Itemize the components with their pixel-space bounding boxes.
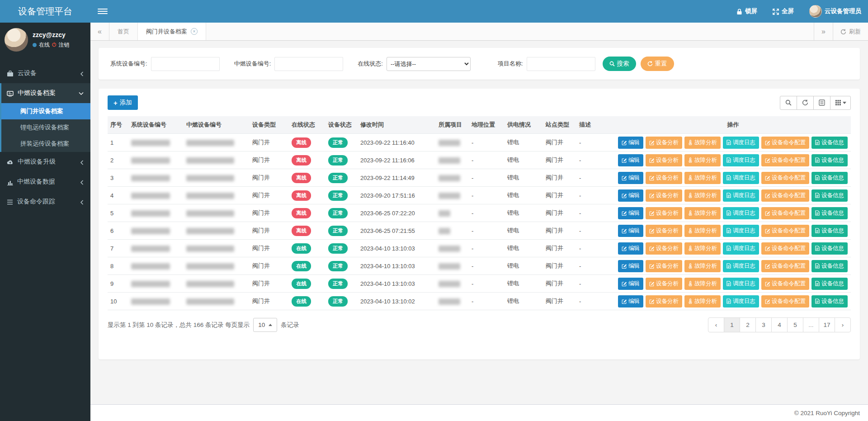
edit-button[interactable]: 编辑 (618, 154, 643, 166)
column-header[interactable]: 设备状态 (326, 116, 358, 134)
online-state-select[interactable]: --请选择-- (387, 57, 471, 71)
sidebar-item-zr-device-upgrade[interactable]: 中燃设备升级 (0, 152, 90, 172)
table-refresh-button[interactable] (797, 96, 814, 110)
page-number-button[interactable]: 1 (724, 317, 740, 332)
column-header[interactable]: 修改时间 (358, 116, 436, 134)
sidebar-item-valve-well-archive[interactable]: 阀门井设备档案 (1, 103, 90, 119)
reset-button[interactable]: 重置 (641, 57, 674, 71)
zr-device-no-input[interactable] (274, 57, 343, 71)
table-detail-view-button[interactable] (813, 96, 830, 110)
column-header[interactable]: 中燃设备编号 (184, 116, 250, 134)
edit-button[interactable]: 编辑 (618, 189, 643, 202)
device-analysis-button[interactable]: 设备分析 (646, 260, 682, 272)
tab-close-icon[interactable]: × (191, 28, 198, 35)
device-command-config-button[interactable]: 设备命令配置 (761, 225, 809, 237)
device-analysis-button[interactable]: 设备分析 (646, 242, 682, 255)
device-analysis-button[interactable]: 设备分析 (646, 154, 682, 166)
tab-home[interactable]: 首页 (109, 23, 138, 40)
user-menu[interactable]: 云设备管理员 (809, 5, 861, 18)
column-header[interactable]: 系统设备编号 (128, 116, 184, 134)
device-info-button[interactable]: 设备信息 (811, 225, 848, 237)
dispatch-log-button[interactable]: 调度日志 (723, 242, 759, 255)
fault-analysis-button[interactable]: 故障分析 (684, 154, 721, 166)
add-button[interactable]: + 添加 (108, 95, 138, 110)
sidebar-item-zr-device-data[interactable]: 中燃设备数据 (0, 172, 90, 192)
page-number-button[interactable]: 3 (755, 317, 772, 332)
column-header[interactable]: 地理位置 (469, 116, 505, 134)
fault-analysis-button[interactable]: 故障分析 (684, 242, 721, 255)
device-command-config-button[interactable]: 设备命令配置 (761, 295, 809, 307)
edit-button[interactable]: 编辑 (618, 207, 643, 219)
page-number-button[interactable]: 17 (819, 317, 835, 332)
fault-analysis-button[interactable]: 故障分析 (684, 207, 721, 219)
dispatch-log-button[interactable]: 调度日志 (723, 137, 759, 149)
fault-analysis-button[interactable]: 故障分析 (684, 278, 721, 290)
edit-button[interactable]: 编辑 (618, 137, 643, 149)
device-command-config-button[interactable]: 设备命令配置 (761, 137, 809, 149)
lock-screen-button[interactable]: 锁屏 (736, 7, 757, 15)
sidebar-item-cloud-device[interactable]: 云设备 (0, 63, 90, 83)
device-info-button[interactable]: 设备信息 (811, 278, 848, 290)
device-command-config-button[interactable]: 设备命令配置 (761, 260, 809, 272)
fault-analysis-button[interactable]: 故障分析 (684, 189, 721, 202)
column-header[interactable]: 站点类型 (543, 116, 576, 134)
device-analysis-button[interactable]: 设备分析 (646, 295, 682, 307)
device-command-config-button[interactable]: 设备命令配置 (761, 278, 809, 290)
fault-analysis-button[interactable]: 故障分析 (684, 172, 721, 184)
edit-button[interactable]: 编辑 (618, 260, 643, 272)
device-analysis-button[interactable]: 设备分析 (646, 189, 682, 202)
column-header[interactable]: 供电情况 (505, 116, 543, 134)
device-analysis-button[interactable]: 设备分析 (646, 207, 682, 219)
device-info-button[interactable]: 设备信息 (811, 295, 848, 307)
fault-analysis-button[interactable]: 故障分析 (684, 295, 721, 307)
sidebar-item-device-command-trace[interactable]: 设备命令跟踪 (0, 192, 90, 212)
dispatch-log-button[interactable]: 调度日志 (723, 260, 759, 272)
device-command-config-button[interactable]: 设备命令配置 (761, 154, 809, 166)
device-analysis-button[interactable]: 设备分析 (646, 278, 682, 290)
edit-button[interactable]: 编辑 (618, 242, 643, 255)
column-header[interactable]: 描述 (576, 116, 615, 134)
device-command-config-button[interactable]: 设备命令配置 (761, 172, 809, 184)
search-button[interactable]: 搜索 (603, 57, 636, 71)
system-device-no-input[interactable] (151, 57, 220, 71)
device-command-config-button[interactable]: 设备命令配置 (761, 242, 809, 255)
sidebar-item-lithium-remote-archive[interactable]: 锂电远传设备档案 (1, 119, 90, 136)
page-size-select[interactable]: 10 (253, 318, 277, 332)
dispatch-log-button[interactable]: 调度日志 (723, 225, 759, 237)
dispatch-log-button[interactable]: 调度日志 (723, 207, 759, 219)
column-header[interactable]: 在线状态 (289, 116, 326, 134)
device-info-button[interactable]: 设备信息 (811, 137, 848, 149)
column-header[interactable]: 序号 (108, 116, 128, 134)
edit-button[interactable]: 编辑 (618, 295, 643, 307)
sidebar-item-assembled-remote-archive[interactable]: 拼装远传设备档案 (1, 136, 90, 152)
column-header[interactable]: 操作 (615, 116, 851, 134)
page-prev-button[interactable]: ‹ (708, 317, 724, 332)
tab-refresh-button[interactable]: 刷新 (833, 23, 868, 40)
dispatch-log-button[interactable]: 调度日志 (723, 189, 759, 202)
sidebar-toggle-icon[interactable] (96, 0, 109, 23)
device-analysis-button[interactable]: 设备分析 (646, 172, 682, 184)
edit-button[interactable]: 编辑 (618, 225, 643, 237)
device-analysis-button[interactable]: 设备分析 (646, 137, 682, 149)
page-ellipsis[interactable]: ... (803, 317, 819, 332)
edit-button[interactable]: 编辑 (618, 172, 643, 184)
project-name-input[interactable] (527, 57, 595, 71)
tab-valve-well-archive[interactable]: 阀门井设备档案 × (138, 23, 206, 40)
column-header[interactable]: 所属项目 (436, 116, 469, 134)
tabs-scroll-left-icon[interactable]: « (90, 23, 109, 40)
sidebar-item-zr-device-archive[interactable]: 中燃设备档案 (1, 83, 90, 103)
table-columns-button[interactable] (830, 96, 851, 110)
tabs-scroll-right-icon[interactable]: » (814, 23, 833, 40)
table-search-toggle-button[interactable] (780, 96, 797, 110)
page-number-button[interactable]: 5 (787, 317, 803, 332)
column-header[interactable]: 设备类型 (250, 116, 289, 134)
fullscreen-button[interactable]: 全屏 (773, 7, 794, 15)
device-command-config-button[interactable]: 设备命令配置 (761, 207, 809, 219)
device-analysis-button[interactable]: 设备分析 (646, 225, 682, 237)
fault-analysis-button[interactable]: 故障分析 (684, 225, 721, 237)
page-next-button[interactable]: › (835, 317, 851, 332)
device-info-button[interactable]: 设备信息 (811, 242, 848, 255)
edit-button[interactable]: 编辑 (618, 278, 643, 290)
logout-link[interactable]: 注销 (59, 41, 70, 49)
page-number-button[interactable]: 2 (740, 317, 756, 332)
